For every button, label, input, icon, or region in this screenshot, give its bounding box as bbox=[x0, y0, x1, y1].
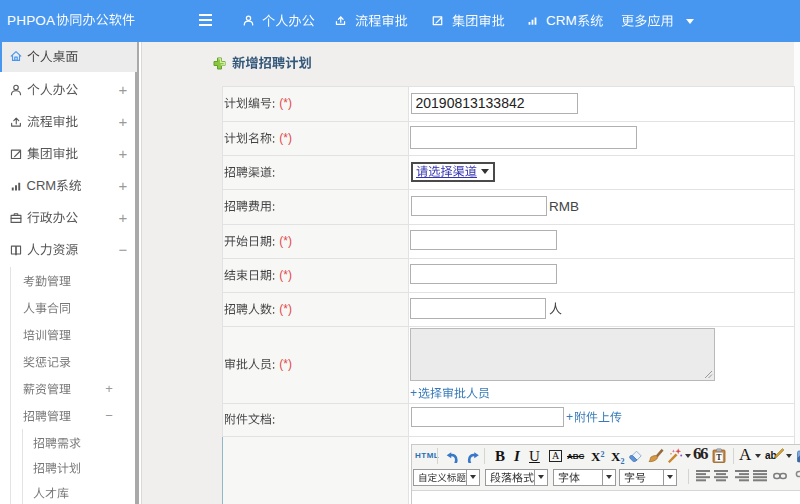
svg-text:T: T bbox=[716, 453, 722, 462]
